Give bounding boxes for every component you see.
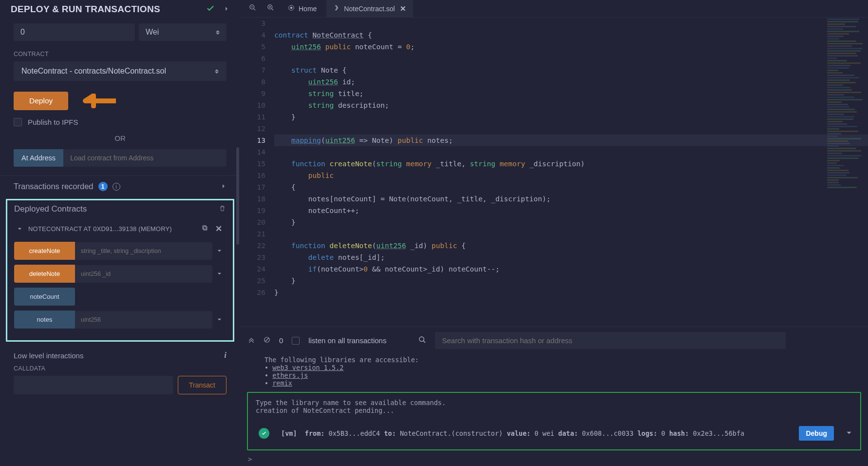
calldata-input[interactable] [14,376,173,394]
function-input-notes[interactable] [75,311,212,329]
search-icon[interactable] [418,336,426,346]
main-area: Home NoteContract.sol ✕ 3456789101112131… [240,0,868,466]
low-level-section: Low level interactions i CALLDATA Transa… [0,346,240,399]
compile-success-icon[interactable] [206,4,215,15]
listen-label: listen on all transactions [308,336,386,345]
transactions-recorded-row[interactable]: Transactions recorded 1 i [0,175,240,197]
collapse-terminal-icon[interactable] [248,336,255,345]
or-label: OR [14,134,226,142]
info-icon[interactable]: i [224,350,226,360]
panel-header: DEPLOY & RUN TRANSACTIONS [0,0,240,21]
svg-line-3 [253,8,255,10]
chevron-down-icon[interactable] [212,248,226,253]
chevron-down-icon[interactable] [212,271,226,276]
terminal-lib-item: ethers.js [264,371,860,379]
function-row: notes [14,311,226,329]
terminal-line: The following libraries are accessible: [264,356,860,364]
function-button-deleteNote[interactable]: deleteNote [14,265,75,283]
collapse-panel-icon[interactable] [224,5,229,14]
contract-select[interactable]: NoteContract - contracts/NoteContract.so… [14,61,226,81]
tx-summary[interactable]: [vm] from: 0x5B3...eddC4 to: NoteContrac… [281,429,787,437]
at-address-input[interactable] [63,149,226,167]
trash-icon[interactable] [219,205,226,214]
tab-file-label: NoteContract.sol [344,5,395,13]
terminal-line: Type the library name to see available c… [256,399,852,407]
tab-home-label: Home [299,5,317,13]
function-row: noteCount [14,288,226,306]
deploy-button[interactable]: Deploy [14,92,68,110]
publish-ipfs-label: Publish to IPFS [28,118,78,126]
tab-file[interactable]: NoteContract.sol ✕ [326,0,413,17]
terminal-toolbar: 0 listen on all transactions [240,327,868,354]
select-arrows-icon [215,69,219,74]
tx-success-box: Type the library name to see available c… [247,392,861,450]
transact-button[interactable]: Transact [178,376,226,394]
clear-terminal-icon[interactable] [264,336,270,345]
line-gutter: 3456789101112131415161718192021222324252… [240,18,274,327]
deployed-contracts-title: Deployed Contracts [14,204,87,214]
info-icon[interactable]: i [113,183,120,191]
chevron-right-icon[interactable] [221,182,226,191]
terminal-line: creation of NoteContract pending... [256,407,852,414]
code-area[interactable]: contract NoteContract { uint256 public n… [274,18,868,327]
svg-line-6 [271,8,273,10]
arrow-annotation-icon [83,94,112,108]
terminal-lib-item: remix [264,379,860,387]
value-input[interactable] [14,23,135,41]
svg-line-14 [423,341,425,343]
at-address-button[interactable]: At Address [14,149,63,167]
chevron-down-icon[interactable] [212,317,226,322]
tab-close-icon[interactable]: ✕ [400,4,406,13]
success-check-icon [259,428,269,439]
listen-checkbox[interactable] [292,337,300,345]
deploy-panel: DEPLOY & RUN TRANSACTIONS Wei CONTRACT N… [0,0,240,466]
contract-selected: NoteContract - contracts/NoteContract.so… [21,67,166,76]
tab-home[interactable]: Home [281,0,323,17]
function-input-deleteNote[interactable] [75,265,212,283]
chevron-down-icon[interactable] [17,225,22,233]
terminal-body: The following libraries are accessible: … [240,354,868,390]
unit-label: Wei [146,28,159,37]
copy-icon[interactable] [201,224,208,233]
function-row: deleteNote [14,265,226,283]
svg-point-13 [419,337,424,341]
contract-label: CONTRACT [14,51,226,58]
panel-title: DEPLOY & RUN TRANSACTIONS [11,4,160,15]
function-button-noteCount[interactable]: noteCount [14,288,75,306]
scrollbar[interactable] [236,147,239,245]
remix-logo-icon [288,4,295,13]
calldata-label: CALLDATA [14,365,226,372]
svg-rect-0 [204,227,207,230]
close-icon[interactable]: ✕ [214,224,223,234]
tx-recorded-label: Transactions recorded [14,182,94,191]
zoom-out-icon[interactable] [245,4,260,13]
chevron-down-icon[interactable] [846,429,852,438]
unit-select[interactable]: Wei [139,23,226,41]
svg-rect-1 [203,226,206,229]
debug-button[interactable]: Debug [799,426,834,441]
tab-bar: Home NoteContract.sol ✕ [240,0,868,18]
solidity-icon [333,4,340,13]
pending-tx-count: 0 [279,336,283,345]
terminal: 0 listen on all transactions The followi… [240,327,868,466]
function-button-notes[interactable]: notes [14,311,75,329]
terminal-prompt[interactable]: > [240,455,868,466]
publish-ipfs-checkbox[interactable] [14,118,22,126]
instance-name: NOTECONTRACT AT 0XD91...39138 (MEMORY) [28,225,195,233]
function-input-createNote[interactable] [75,242,212,260]
zoom-in-icon[interactable] [263,4,278,13]
low-level-title: Low level interactions [14,351,83,360]
svg-line-12 [265,338,269,341]
tx-count-badge: 1 [98,182,108,191]
svg-point-10 [290,7,293,9]
function-button-createNote[interactable]: createNote [14,242,75,260]
contract-instance-header[interactable]: NOTECONTRACT AT 0XD91...39138 (MEMORY) ✕ [14,220,226,242]
deployed-contracts-highlight: Deployed Contracts NOTECONTRACT AT 0XD91… [6,199,234,342]
terminal-search-input[interactable] [435,332,786,349]
function-row: createNote [14,242,226,260]
select-arrows-icon [216,30,220,35]
code-editor[interactable]: 3456789101112131415161718192021222324252… [240,18,868,327]
terminal-lib-item: web3 version 1.5.2 [264,364,860,371]
minimap[interactable] [824,18,868,327]
